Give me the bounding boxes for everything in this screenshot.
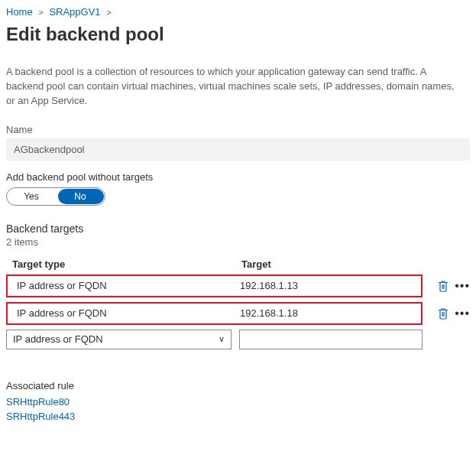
more-icon[interactable]: •••	[455, 282, 470, 290]
column-target: Target	[241, 258, 464, 270]
trash-icon[interactable]	[436, 279, 450, 293]
target-value: 192.168.1.18	[240, 307, 415, 319]
trash-icon[interactable]	[436, 307, 450, 320]
target-type-select[interactable]: IP address or FQDN ∨	[6, 330, 232, 349]
new-target-row: IP address or FQDN ∨	[6, 330, 470, 349]
targets-table-header: Target type Target	[6, 254, 470, 274]
chevron-right-icon: >	[35, 8, 46, 17]
target-type-selected: IP address or FQDN	[13, 333, 103, 345]
table-row: IP address or FQDN 192.168.1.18 •••	[6, 302, 470, 325]
name-label: Name	[6, 124, 470, 135]
associated-rule-link[interactable]: SRHttpRule443	[6, 409, 470, 424]
breadcrumb: Home > SRAppGV1 >	[6, 3, 470, 24]
name-field	[6, 138, 470, 161]
toggle-yes[interactable]: Yes	[7, 188, 56, 205]
backend-targets-heading: Backend targets	[6, 223, 470, 235]
target-type-value: IP address or FQDN	[14, 307, 240, 319]
associated-rule-label: Associated rule	[6, 380, 470, 391]
associated-rule-link[interactable]: SRHttpRule80	[6, 395, 470, 410]
items-count: 2 items	[6, 236, 470, 248]
target-input[interactable]	[239, 330, 423, 349]
target-row-highlighted: IP address or FQDN 192.168.1.18	[6, 302, 423, 325]
toggle-no[interactable]: No	[56, 188, 105, 205]
without-targets-toggle[interactable]: Yes No	[6, 187, 105, 206]
page-title: Edit backend pool	[6, 24, 470, 45]
target-row-highlighted: IP address or FQDN 192.168.1.13	[6, 274, 423, 297]
more-icon[interactable]: •••	[455, 310, 470, 317]
table-row: IP address or FQDN 192.168.1.13 •••	[6, 274, 470, 297]
breadcrumb-home[interactable]: Home	[6, 6, 33, 18]
chevron-down-icon: ∨	[219, 334, 225, 344]
breadcrumb-item[interactable]: SRAppGV1	[49, 6, 100, 18]
associated-rule-section: Associated rule SRHttpRule80 SRHttpRule4…	[6, 380, 470, 424]
description-text: A backend pool is a collection of resour…	[6, 65, 465, 109]
target-value: 192.168.1.13	[240, 280, 415, 291]
without-targets-label: Add backend pool without targets	[6, 171, 470, 183]
column-target-type: Target type	[12, 258, 241, 270]
chevron-right-icon: >	[103, 8, 114, 17]
target-type-value: IP address or FQDN	[14, 280, 240, 291]
